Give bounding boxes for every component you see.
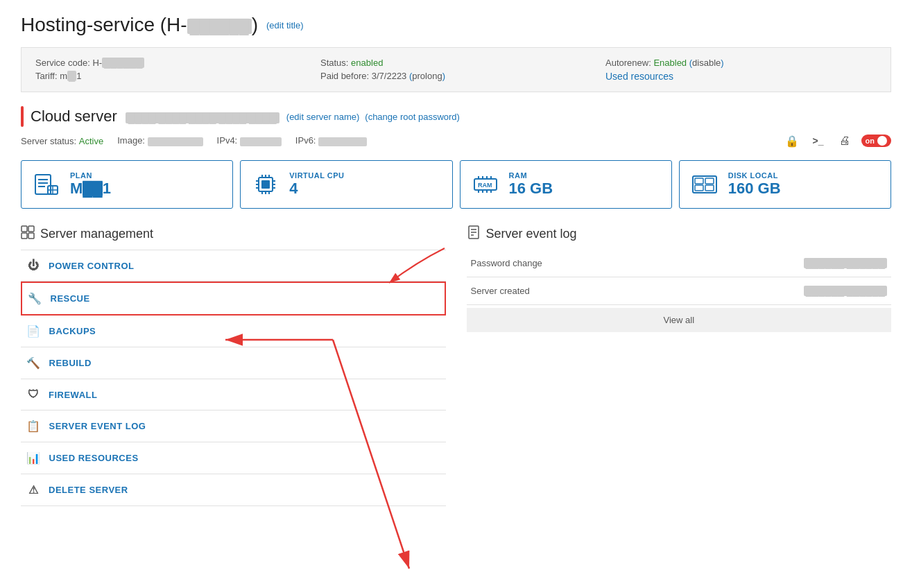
svg-rect-36 bbox=[21, 226, 27, 232]
service-code-row: Service code: H-██████ Tariff: m█1 bbox=[35, 58, 307, 82]
edit-title-link[interactable]: (edit title) bbox=[266, 20, 304, 31]
disable-link[interactable]: (disable) bbox=[689, 58, 724, 68]
file-icon: 📄 bbox=[26, 325, 41, 338]
view-all-button[interactable]: View all bbox=[467, 308, 892, 332]
table-row: Server created ██████ ██████ bbox=[467, 277, 892, 305]
rescue-link[interactable]: 🔧 RESCUE bbox=[22, 283, 445, 314]
status-row: Status: enabled Paid before: 3/7/2223 (p… bbox=[320, 58, 592, 82]
cpu-icon bbox=[252, 171, 279, 198]
server-event-log-section: Server event log Password change ██████ … bbox=[467, 225, 892, 506]
management-list: ⏻ POWER CONTROL 🔧 RESCUE bbox=[21, 250, 446, 506]
event-log-table: Password change ██████ ██████ Server cre… bbox=[467, 250, 892, 305]
server-status-bar: Server status: Active Image: IPv4: IPv6:… bbox=[21, 131, 891, 150]
mgmt-item-backups: 📄 BACKUPS bbox=[21, 315, 446, 347]
delete-server-link[interactable]: ⚠ DELETE SERVER bbox=[21, 474, 446, 505]
warning-icon: ⚠ bbox=[26, 483, 40, 496]
spec-ram: RAM RAM 16 GB bbox=[460, 160, 672, 209]
svg-rect-39 bbox=[28, 233, 34, 239]
mgmt-item-rescue: 🔧 RESCUE bbox=[21, 282, 446, 315]
page-title: Hosting-service (H-██████) (edit title) bbox=[21, 14, 891, 36]
edit-server-name-link[interactable]: (edit server name) bbox=[286, 112, 360, 122]
plan-icon bbox=[33, 171, 60, 198]
event-log-title: Server event log bbox=[486, 227, 577, 241]
event-time: ██████ ██████ bbox=[664, 250, 891, 277]
firewall-link[interactable]: 🛡 FIREWALL bbox=[21, 379, 446, 410]
svg-rect-38 bbox=[21, 233, 27, 239]
cloud-server-title: Cloud server ████ ████ ████ ████ ████ bbox=[31, 107, 279, 126]
change-root-password-link[interactable]: (change root password) bbox=[365, 112, 460, 122]
red-accent-bar bbox=[21, 106, 24, 127]
tools-icon: 🔨 bbox=[26, 356, 41, 370]
terminal-icon[interactable]: >_ bbox=[809, 131, 828, 150]
server-mgmt-icon bbox=[21, 225, 35, 243]
cloud-server-section: Cloud server ████ ████ ████ ████ ████ (e… bbox=[21, 106, 891, 209]
service-info-box: Service code: H-██████ Tariff: m█1 Statu… bbox=[21, 47, 891, 92]
disk-icon bbox=[691, 171, 719, 198]
event-name: Password change bbox=[467, 250, 664, 277]
mgmt-item-power-control: ⏻ POWER CONTROL bbox=[21, 250, 446, 282]
rebuild-link[interactable]: 🔨 REBUILD bbox=[21, 347, 446, 379]
mgmt-item-rebuild: 🔨 REBUILD bbox=[21, 347, 446, 379]
svg-rect-37 bbox=[28, 226, 34, 232]
shield-icon: 🛡 bbox=[26, 388, 40, 401]
lock-icon[interactable]: 🔒 bbox=[782, 131, 802, 150]
mgmt-item-used-resources: 📊 USED RESOURCES bbox=[21, 442, 446, 474]
autorenew-row: Autorenew: Enabled (disable) Used resour… bbox=[605, 58, 877, 82]
mgmt-item-server-event-log: 📋 SERVER EVENT LOG bbox=[21, 410, 446, 442]
event-log-icon bbox=[467, 225, 481, 243]
specs-grid: PLAN M██1 bbox=[21, 160, 891, 209]
svg-text:RAM: RAM bbox=[478, 182, 492, 189]
power-control-link[interactable]: ⏻ POWER CONTROL bbox=[21, 250, 446, 281]
svg-rect-34 bbox=[705, 178, 714, 184]
list-icon: 📋 bbox=[26, 420, 41, 433]
backups-link[interactable]: 📄 BACKUPS bbox=[21, 315, 446, 347]
svg-rect-32 bbox=[695, 178, 703, 184]
power-icon: ⏻ bbox=[26, 259, 40, 272]
event-time: ██████ ██████ bbox=[664, 277, 891, 305]
used-resources-link[interactable]: Used resources bbox=[605, 71, 877, 82]
server-management-title: Server management bbox=[40, 227, 153, 241]
server-event-log-link[interactable]: 📋 SERVER EVENT LOG bbox=[21, 410, 446, 442]
spec-plan: PLAN M██1 bbox=[21, 160, 233, 209]
print-icon[interactable]: 🖨 bbox=[835, 131, 854, 150]
svg-rect-35 bbox=[705, 185, 714, 191]
event-name: Server created bbox=[467, 277, 664, 305]
server-management-section: Server management ⏻ POWER CONTROL 🔧 RESC… bbox=[21, 225, 446, 506]
mgmt-item-firewall: 🛡 FIREWALL bbox=[21, 379, 446, 410]
used-resources-link[interactable]: 📊 USED RESOURCES bbox=[21, 442, 446, 474]
table-row: Password change ██████ ██████ bbox=[467, 250, 892, 277]
power-toggle[interactable]: on bbox=[861, 135, 891, 147]
chart-icon: 📊 bbox=[26, 451, 41, 465]
spec-vcpu: VIRTUAL CPU 4 bbox=[240, 160, 452, 209]
ram-icon: RAM bbox=[472, 171, 499, 198]
spec-disk: DISK LOCAL 160 GB bbox=[679, 160, 891, 209]
svg-rect-8 bbox=[261, 180, 270, 189]
mgmt-item-delete-server: ⚠ DELETE SERVER bbox=[21, 474, 446, 506]
prolong-link[interactable]: (prolong) bbox=[409, 71, 445, 81]
two-col-section: Server management ⏻ POWER CONTROL 🔧 RESC… bbox=[21, 225, 891, 506]
svg-rect-33 bbox=[695, 185, 703, 191]
hosting-title-text: Hosting-service (H-██████) bbox=[21, 14, 258, 36]
wrench-icon: 🔧 bbox=[28, 292, 42, 305]
